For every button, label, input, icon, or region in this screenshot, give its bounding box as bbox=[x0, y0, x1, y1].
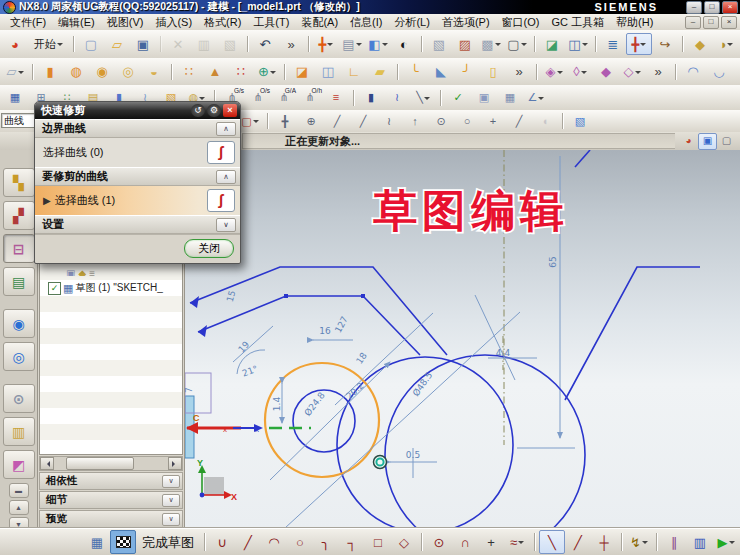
web-browser-tab[interactable]: ◎ bbox=[3, 342, 35, 371]
dimension-line[interactable] bbox=[270, 362, 390, 480]
curve-select-icon[interactable]: ∫ bbox=[207, 141, 235, 164]
show-hide-icon[interactable]: ◑ bbox=[713, 33, 739, 55]
sketch-line[interactable] bbox=[198, 296, 420, 355]
toolbar-overflow-icon[interactable]: » bbox=[645, 61, 671, 83]
curve-mesh-icon[interactable]: ◡ bbox=[706, 61, 732, 83]
open-icon[interactable]: ▱ bbox=[104, 33, 130, 55]
toolbar-overflow-icon[interactable]: » bbox=[506, 61, 532, 83]
wcs-plane[interactable] bbox=[204, 477, 224, 495]
csys-orient-icon[interactable]: ╋ bbox=[626, 33, 652, 55]
spring-icon[interactable]: ≀ bbox=[384, 87, 410, 109]
sketch-line[interactable] bbox=[190, 267, 447, 355]
dimension-label[interactable]: 65 bbox=[548, 256, 558, 267]
chamfer-icon[interactable]: ◣ bbox=[428, 61, 454, 83]
snap-end-point-icon[interactable]: ╱ bbox=[324, 110, 350, 132]
solid-cube-icon[interactable]: ▧ bbox=[567, 110, 593, 132]
menu-information[interactable]: 信息(I) bbox=[344, 14, 388, 31]
curve-analysis-icon[interactable]: ╲ bbox=[410, 87, 436, 109]
constraints-icon[interactable]: ∥ bbox=[661, 530, 687, 554]
cut-icon[interactable]: ✕ bbox=[165, 33, 191, 55]
section-analysis-icon[interactable]: ∠ bbox=[523, 87, 549, 109]
graphics-window[interactable]: C Y X x x 65 4.4 0.5 Ø24.8 20.2 18 Ø48.5… bbox=[185, 150, 740, 528]
checkbox-checked-icon[interactable]: ✓ bbox=[48, 282, 61, 295]
menu-analysis[interactable]: 分析(L) bbox=[388, 14, 435, 31]
reset-icon[interactable]: ↺ bbox=[191, 104, 205, 117]
data-sheet-icon[interactable]: ▦ bbox=[497, 87, 523, 109]
make-corner-icon[interactable]: ┼ bbox=[591, 530, 617, 554]
toolbar-overflow-icon[interactable]: » bbox=[278, 33, 304, 55]
clip-section-icon[interactable]: ◪ bbox=[539, 33, 565, 55]
circle-icon[interactable]: ○ bbox=[287, 530, 313, 554]
thicken-icon[interactable]: ▰ bbox=[367, 61, 393, 83]
snap-face-icon[interactable]: ◖ bbox=[532, 110, 558, 132]
pattern-feature-icon[interactable]: ∷ bbox=[228, 61, 254, 83]
hd3d-tools-tab[interactable]: ◉ bbox=[3, 309, 35, 338]
constraint-navigator-tab[interactable]: ▞ bbox=[3, 201, 35, 230]
boolean-unite-icon[interactable]: ⊕ bbox=[254, 61, 280, 83]
dimension-label[interactable]: 15 bbox=[225, 289, 238, 303]
sketch-task-icon[interactable]: ▦ bbox=[84, 530, 110, 554]
type-filter-combo[interactable]: 曲线 bbox=[1, 113, 35, 128]
dimension-line[interactable] bbox=[285, 312, 520, 528]
section-cube-icon[interactable]: ▩ bbox=[478, 33, 504, 55]
dimension-label[interactable]: 19 bbox=[236, 339, 251, 354]
snap-curve-icon[interactable]: ≀ bbox=[376, 110, 402, 132]
object-display-icon[interactable]: ◆ bbox=[687, 33, 713, 55]
palettes-tab[interactable]: ▥ bbox=[3, 417, 35, 446]
deviation-gauge-icon[interactable]: ⋔O/s bbox=[245, 87, 271, 109]
emboss-icon[interactable]: ▲ bbox=[202, 61, 228, 83]
boundary-select-row[interactable]: 选择曲线 (0) ∫ bbox=[35, 138, 240, 167]
dimension-label[interactable]: 0.5 bbox=[406, 450, 420, 460]
finish-sketch-button[interactable]: 完成草图 bbox=[136, 530, 200, 554]
datum-plane-icon[interactable]: ▱ bbox=[2, 61, 28, 83]
through-curves-icon[interactable]: ◠ bbox=[680, 61, 706, 83]
snap-vertical-icon[interactable]: ↑ bbox=[402, 110, 428, 132]
conic-icon[interactable]: ∩ bbox=[452, 530, 478, 554]
check-mate-icon[interactable]: ▣ bbox=[471, 87, 497, 109]
start-button[interactable]: 开始 bbox=[28, 33, 69, 55]
collapse-icon[interactable]: ∧ bbox=[216, 170, 236, 184]
replace-face-icon[interactable]: ◇ bbox=[619, 61, 645, 83]
snap-existing-point-icon[interactable]: + bbox=[480, 110, 506, 132]
deviation-gauge-icon[interactable]: ⋔G/A bbox=[271, 87, 297, 109]
hole-icon[interactable]: ◉ bbox=[89, 61, 115, 83]
dialog-close-icon[interactable]: × bbox=[223, 104, 237, 117]
swept-icon[interactable]: ≀ bbox=[732, 61, 740, 83]
shell-icon[interactable]: ▯ bbox=[480, 61, 506, 83]
nx-ball-icon[interactable]: ◕ bbox=[679, 133, 698, 150]
revolve-icon[interactable]: ◍ bbox=[63, 61, 89, 83]
curve-select-icon[interactable]: ∫ bbox=[207, 189, 235, 212]
dimension-label[interactable]: 1.4 bbox=[272, 397, 282, 412]
move-face-icon[interactable]: ◈ bbox=[541, 61, 567, 83]
scroll-up-button[interactable]: ▲ bbox=[9, 500, 29, 515]
panel-details[interactable]: 细节 ∨ bbox=[39, 491, 183, 509]
window-icon[interactable]: ▢ bbox=[504, 33, 530, 55]
close-button[interactable]: 关闭 bbox=[184, 239, 234, 258]
boundary-group-header[interactable]: 边界曲线 ∧ bbox=[35, 119, 240, 138]
face-blend-icon[interactable]: ╯ bbox=[454, 61, 480, 83]
dimension-label[interactable]: 7 bbox=[185, 387, 194, 393]
roles-tab[interactable]: ◩ bbox=[3, 450, 35, 479]
menu-format[interactable]: 格式(R) bbox=[198, 14, 247, 31]
snap-mid-point-icon[interactable]: ╱ bbox=[350, 110, 376, 132]
polygon-icon[interactable]: ◇ bbox=[391, 530, 417, 554]
menu-preferences[interactable]: 首选项(P) bbox=[436, 14, 496, 31]
edge-blend-icon[interactable]: ╰ bbox=[402, 61, 428, 83]
menu-minimize-button[interactable]: – bbox=[685, 16, 701, 29]
move-object-icon[interactable]: ↪ bbox=[652, 33, 678, 55]
orient-iso-icon[interactable]: ▧ bbox=[426, 33, 452, 55]
chevron-down-icon[interactable]: ∨ bbox=[162, 475, 180, 488]
collapse-icon[interactable]: ∧ bbox=[216, 122, 236, 136]
display-constraints-icon[interactable]: ▥ bbox=[687, 530, 713, 554]
ellipse-icon[interactable]: ⊙ bbox=[426, 530, 452, 554]
fit-view-icon[interactable]: ╋ bbox=[313, 33, 339, 55]
snap-quadrant-icon[interactable]: ○ bbox=[454, 110, 480, 132]
deviation-gauge-icon[interactable]: ⋔O/h bbox=[297, 87, 323, 109]
offset-curve-icon[interactable]: ≈ bbox=[504, 530, 530, 554]
tree-item-label[interactable]: 草图 (1) "SKETCH_ bbox=[75, 281, 162, 295]
panel-preview[interactable]: 预览 ∨ bbox=[39, 510, 183, 528]
h-scrollbar[interactable] bbox=[39, 456, 183, 471]
sketch-canvas[interactable]: C Y X x x 65 4.4 0.5 Ø24.8 20.2 18 Ø48.5… bbox=[185, 150, 740, 528]
settings-group-header[interactable]: 设置 ∨ bbox=[35, 215, 240, 234]
delete-face-icon[interactable]: ◆ bbox=[593, 61, 619, 83]
